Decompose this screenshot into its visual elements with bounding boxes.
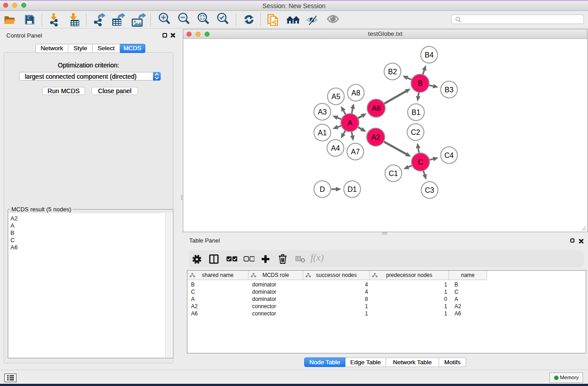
svg-text:A4: A4 — [331, 144, 340, 152]
svg-text:C1: C1 — [389, 170, 398, 177]
svg-text:C3: C3 — [425, 186, 435, 194]
svg-text:D: D — [320, 186, 325, 193]
svg-text:B4: B4 — [425, 51, 434, 59]
svg-text:C: C — [418, 158, 423, 166]
svg-text:A2: A2 — [371, 133, 380, 141]
svg-text:A7: A7 — [351, 148, 360, 156]
svg-text:B1: B1 — [411, 109, 421, 116]
svg-text:A8: A8 — [351, 89, 360, 97]
svg-text:C2: C2 — [411, 129, 421, 136]
svg-text:C4: C4 — [445, 152, 454, 159]
svg-text:A: A — [348, 119, 353, 127]
svg-text:B: B — [418, 80, 423, 87]
svg-text:A3: A3 — [318, 108, 327, 116]
svg-text:D1: D1 — [348, 186, 357, 193]
svg-text:B3: B3 — [445, 86, 454, 94]
svg-text:A5: A5 — [331, 93, 340, 100]
svg-text:B2: B2 — [388, 68, 397, 76]
svg-text:A6: A6 — [372, 105, 381, 112]
svg-text:A1: A1 — [318, 129, 327, 137]
